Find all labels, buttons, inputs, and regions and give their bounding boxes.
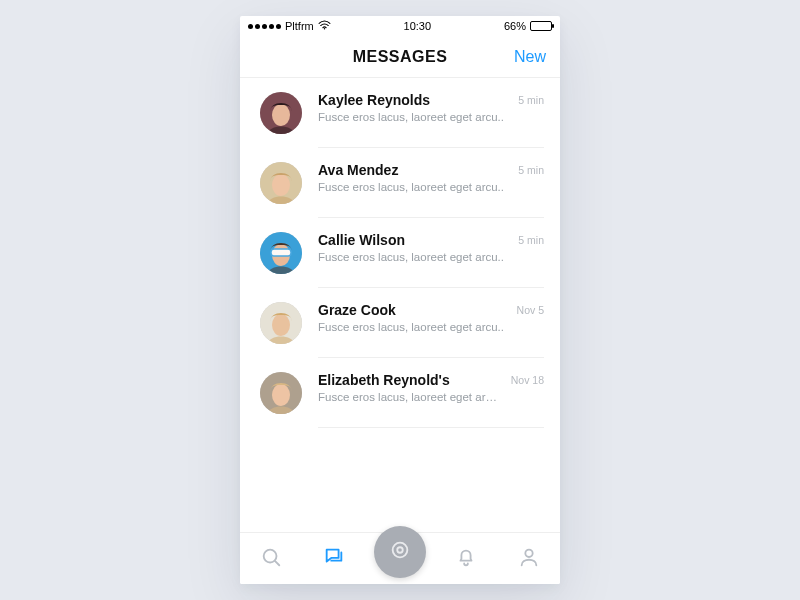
tab-messages[interactable] [312,537,356,581]
message-body: Callie WilsonFusce eros lacus, laoreet e… [318,232,510,263]
messages-icon [323,546,345,572]
tab-bar [240,532,560,584]
avatar [260,232,302,274]
tab-alerts[interactable] [444,537,488,581]
message-row[interactable]: Graze CookFusce eros lacus, laoreet eget… [240,288,560,358]
header: MESSAGES New [240,36,560,78]
message-body: Kaylee ReynoldsFusce eros lacus, laoreet… [318,92,510,123]
tab-search[interactable] [249,537,293,581]
message-time: 5 min [518,232,544,246]
svg-point-0 [323,28,325,30]
search-icon [260,546,282,572]
svg-line-14 [275,561,279,565]
message-time: 5 min [518,162,544,176]
svg-point-16 [397,547,403,553]
svg-point-10 [272,314,290,336]
message-preview: Fusce eros lacus, laoreet eget arcu.. [318,321,509,333]
avatar [260,302,302,344]
avatar [260,92,302,134]
sender-name: Elizabeth Reynold's [318,372,503,388]
message-preview: Fusce eros lacus, laoreet eget arcu.. [318,111,510,123]
svg-point-17 [525,549,532,556]
battery-icon [530,21,552,31]
message-row[interactable]: Elizabeth Reynold'sFusce eros lacus, lao… [240,358,560,428]
camera-icon [389,539,411,565]
bell-icon [455,546,477,572]
page-title: MESSAGES [353,48,448,66]
message-body: Graze CookFusce eros lacus, laoreet eget… [318,302,509,333]
sender-name: Graze Cook [318,302,509,318]
avatar [260,372,302,414]
svg-point-2 [272,104,290,126]
sender-name: Ava Mendez [318,162,510,178]
sender-name: Callie Wilson [318,232,510,248]
message-preview: Fusce eros lacus, laoreet eget arcu.. [318,391,503,403]
message-body: Elizabeth Reynold'sFusce eros lacus, lao… [318,372,503,403]
svg-point-12 [272,384,290,406]
user-icon [518,546,540,572]
avatar [260,162,302,204]
message-preview: Fusce eros lacus, laoreet eget arcu.. [318,181,510,193]
battery-pct-label: 66% [504,20,526,32]
message-row[interactable]: Ava MendezFusce eros lacus, laoreet eget… [240,148,560,218]
svg-point-15 [393,542,408,557]
svg-point-4 [272,174,290,196]
message-preview: Fusce eros lacus, laoreet eget arcu.. [318,251,510,263]
tab-profile[interactable] [507,537,551,581]
status-time: 10:30 [404,20,432,32]
message-time: 5 min [518,92,544,106]
signal-dots-icon [248,24,281,29]
message-row[interactable]: Kaylee ReynoldsFusce eros lacus, laoreet… [240,78,560,148]
wifi-icon [318,20,331,32]
sender-name: Kaylee Reynolds [318,92,510,108]
message-row[interactable]: Callie WilsonFusce eros lacus, laoreet e… [240,218,560,288]
tab-camera[interactable] [374,526,426,578]
carrier-label: Pltfrm [285,20,314,32]
message-time: Nov 5 [517,302,544,316]
message-body: Ava MendezFusce eros lacus, laoreet eget… [318,162,510,193]
svg-rect-7 [271,249,291,256]
status-bar: Pltfrm 10:30 66% [240,16,560,36]
message-list[interactable]: Kaylee ReynoldsFusce eros lacus, laoreet… [240,78,560,532]
message-time: Nov 18 [511,372,544,386]
new-button[interactable]: New [514,48,546,66]
phone-frame: Pltfrm 10:30 66% MESSAGES New Kaylee Rey… [240,16,560,584]
